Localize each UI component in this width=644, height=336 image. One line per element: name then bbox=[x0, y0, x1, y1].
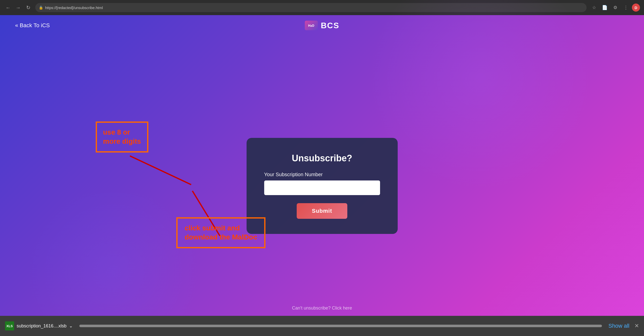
cant-unsubscribe-link[interactable]: Can't unsubscribe? Click here bbox=[292, 306, 352, 311]
top-nav: « Back To iCS H₂O BCS bbox=[0, 15, 644, 36]
download-bar: XLS subscription_1616....xlsb ⌄ Show all… bbox=[0, 316, 644, 336]
extensions-button[interactable]: ⚙ bbox=[611, 3, 620, 12]
cant-unsubscribe-text[interactable]: Can't unsubscribe? Click here bbox=[0, 306, 644, 311]
subscription-label: Your Subscription Number bbox=[264, 172, 380, 177]
profile-button[interactable]: D bbox=[632, 4, 640, 12]
back-to-ics-link[interactable]: « Back To iCS bbox=[15, 22, 50, 29]
forward-button[interactable]: → bbox=[14, 4, 22, 12]
logo-text: BCS bbox=[321, 21, 340, 30]
download-actions: Show all ✕ bbox=[606, 323, 639, 329]
page-content: « Back To iCS H₂O BCS use 8 ormore digit… bbox=[0, 15, 644, 336]
show-all-button[interactable]: Show all bbox=[606, 323, 632, 329]
annotation-box-1: use 8 ormore digits bbox=[96, 121, 148, 152]
lock-icon: 🔒 bbox=[39, 6, 43, 10]
annotation-2-text: click submit anddownload the MalDoc bbox=[185, 224, 257, 242]
logo-icon: H₂O bbox=[305, 21, 318, 30]
download-progress-bar bbox=[79, 325, 602, 327]
unsubscribe-card: Unsubscribe? Your Subscription Number Su… bbox=[247, 138, 398, 234]
reload-button[interactable]: ↻ bbox=[24, 4, 32, 12]
excel-file-icon: XLS bbox=[5, 321, 14, 330]
logo-area: H₂O BCS bbox=[305, 21, 340, 30]
card-title: Unsubscribe? bbox=[292, 153, 352, 164]
svg-line-0 bbox=[130, 156, 191, 185]
bottom-area: Can't unsubscribe? Click here XLS subscr… bbox=[0, 306, 644, 336]
back-button[interactable]: ← bbox=[4, 4, 12, 12]
annotation-box-2: click submit anddownload the MalDoc bbox=[176, 217, 265, 248]
url-text: https://[redacted]/unsubscribe.html bbox=[45, 6, 103, 10]
close-download-button[interactable]: ✕ bbox=[634, 323, 639, 329]
file-name-text: subscription_1616....xlsb bbox=[17, 323, 66, 329]
extension-button[interactable]: 📄 bbox=[600, 3, 609, 12]
download-chevron-button[interactable]: ⌄ bbox=[69, 323, 73, 329]
browser-actions: ☆ 📄 ⚙ ⋮ D bbox=[590, 3, 640, 12]
form-group: Your Subscription Number bbox=[264, 172, 380, 195]
submit-button[interactable]: Submit bbox=[297, 203, 347, 219]
annotation-1-text: use 8 ormore digits bbox=[103, 128, 141, 146]
main-content: use 8 ormore digits Unsubscribe? Your Su… bbox=[0, 36, 644, 336]
subscription-input[interactable] bbox=[264, 180, 380, 195]
download-file-info: XLS subscription_1616....xlsb ⌄ bbox=[5, 321, 73, 330]
bookmark-button[interactable]: ☆ bbox=[590, 3, 599, 12]
nav-buttons: ← → ↻ bbox=[4, 4, 32, 12]
menu-button[interactable]: ⋮ bbox=[621, 3, 630, 12]
